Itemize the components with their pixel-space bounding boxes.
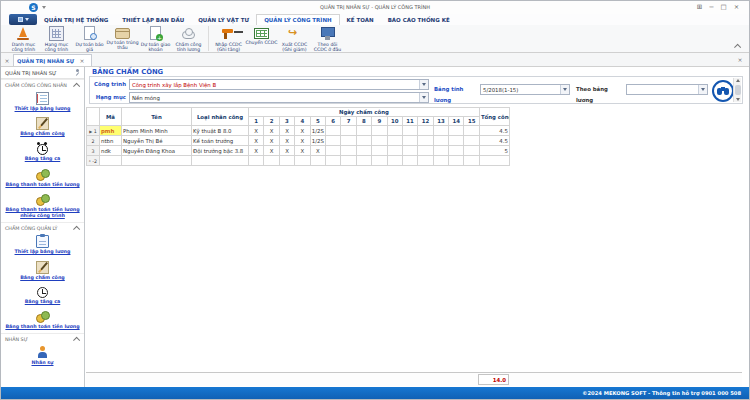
cell-day-6[interactable]	[325, 146, 340, 156]
ribbon-button-0-1[interactable]: Hạng mục công trình	[40, 25, 73, 53]
cell-day-6[interactable]	[325, 136, 340, 146]
cell-day-14[interactable]	[449, 136, 464, 146]
cell-day-9[interactable]	[372, 156, 387, 166]
cell-day-1[interactable]: X	[249, 146, 264, 156]
cell-day-1[interactable]: X	[249, 136, 264, 146]
scroll-thumb[interactable]	[735, 85, 741, 95]
app-menu-button[interactable]	[9, 14, 37, 25]
cell-day-11[interactable]	[402, 156, 417, 166]
cell-day-5[interactable]: 1/2S	[310, 136, 325, 146]
close-tab-icon[interactable]	[77, 55, 87, 66]
cell-day-7[interactable]	[341, 136, 356, 146]
cell-day-10[interactable]	[387, 126, 402, 136]
ribbon-tab-3[interactable]: QUẢN LÝ CÔNG TRÌNH	[256, 14, 339, 25]
cell-day-9[interactable]	[372, 146, 387, 156]
close-document-icon[interactable]	[735, 54, 745, 65]
cell-day-6[interactable]	[325, 126, 340, 136]
cell-day-4[interactable]: X	[295, 146, 310, 156]
cell-day-5[interactable]	[310, 156, 325, 166]
cell-day-8[interactable]	[356, 146, 371, 156]
tab-quan-tri-nhan-su[interactable]: QUẢN TRỊ NHÂN SỰ	[13, 54, 92, 66]
cell-day-10[interactable]	[387, 156, 402, 166]
row-indicator-cell[interactable]: * -2	[87, 156, 100, 166]
cell-day-2[interactable]	[264, 156, 279, 166]
cell-day-11[interactable]	[402, 136, 417, 146]
chevron-down-icon[interactable]	[419, 80, 428, 89]
cell-day-14[interactable]	[449, 126, 464, 136]
maximize-icon[interactable]	[718, 2, 729, 12]
cell-day-2[interactable]: X	[264, 146, 279, 156]
ribbon-button-0-3[interactable]: Dự toán trúng thầu	[106, 25, 139, 51]
cell-day-9[interactable]	[372, 136, 387, 146]
cell-day-12[interactable]	[418, 146, 433, 156]
cell-loai-nhan-cong[interactable]: Kế toán trưởng	[192, 136, 249, 146]
cell-day-4[interactable]	[295, 156, 310, 166]
ribbon-button-0-0[interactable]: Danh mục công trình	[7, 25, 40, 53]
cell-day-13[interactable]	[433, 126, 448, 136]
cell-ma[interactable]: ndk	[100, 146, 122, 156]
cell-day-14[interactable]	[449, 156, 464, 166]
bang-tinh-luong-combobox[interactable]: 5/2018(1-15)	[480, 84, 570, 95]
cell-day-12[interactable]	[418, 136, 433, 146]
cell-ten[interactable]	[122, 156, 192, 166]
cell-day-15[interactable]	[464, 146, 479, 156]
cell-day-7[interactable]	[341, 156, 356, 166]
cell-day-8[interactable]	[356, 126, 371, 136]
cell-day-5[interactable]: 1/2S	[310, 126, 325, 136]
cell-day-15[interactable]	[464, 156, 479, 166]
cell-day-13[interactable]	[433, 146, 448, 156]
cell-day-6[interactable]	[325, 156, 340, 166]
scroll-down-icon[interactable]	[736, 98, 740, 101]
cell-day-2[interactable]: X	[264, 126, 279, 136]
cell-day-4[interactable]: X	[295, 126, 310, 136]
search-button[interactable]	[712, 80, 734, 102]
sidebar-item-1-1[interactable]: Bảng chấm công	[1, 259, 84, 284]
cell-day-12[interactable]	[418, 156, 433, 166]
cell-loai-nhan-cong[interactable]: Kỹ thuật B 8.0	[192, 126, 249, 136]
ribbon-tab-4[interactable]: KẾ TOÁN	[340, 14, 381, 25]
sidebar-item-0-2[interactable]: Bảng tăng ca	[1, 140, 84, 165]
pin-icon[interactable]	[73, 69, 80, 76]
row-indicator-cell[interactable]: 2	[87, 136, 100, 146]
form-scrollbar[interactable]	[733, 78, 741, 102]
ribbon-button-1-3[interactable]: Theo dõi CCDC ở đâu	[311, 25, 344, 53]
cell-day-3[interactable]: X	[279, 146, 294, 156]
cell-day-12[interactable]	[418, 126, 433, 136]
sidebar-item-0-1[interactable]: Bảng chấm công	[1, 115, 84, 140]
ribbon-button-1-1[interactable]: Chuyển CCDC	[245, 25, 278, 45]
cell-day-8[interactable]	[356, 156, 371, 166]
cell-day-1[interactable]	[249, 156, 264, 166]
sidebar-item-2-0[interactable]: Nhân sự	[1, 344, 84, 369]
sidebar-item-1-2[interactable]: Bảng tăng ca	[1, 284, 84, 308]
ribbon-button-0-5[interactable]: Chấm công tính lương	[172, 25, 205, 53]
cell-day-13[interactable]	[433, 156, 448, 166]
cell-day-10[interactable]	[387, 136, 402, 146]
sidebar-item-0-4[interactable]: Bảng thanh toán tiền lương nhiều công tr…	[1, 191, 84, 222]
cell-ten[interactable]: Nguyễn Thị Bé	[122, 136, 192, 146]
chevron-down-icon[interactable]	[419, 93, 428, 102]
sidebar-item-0-3[interactable]: Bảng thanh toán tiền lương	[1, 166, 84, 191]
cell-ma[interactable]: pmh	[100, 126, 122, 136]
cell-day-3[interactable]: X	[279, 126, 294, 136]
cell-loai-nhan-cong[interactable]: Đội trưởng bậc 3.8	[192, 146, 249, 156]
cong-trinh-combobox[interactable]: Công trình xây lắp Bệnh Viện B	[129, 79, 429, 90]
row-indicator-cell[interactable]: 3	[87, 146, 100, 156]
close-icon[interactable]	[731, 2, 742, 12]
cell-day-1[interactable]: X	[249, 126, 264, 136]
cell-ma[interactable]	[100, 156, 122, 166]
cell-ma[interactable]: ntbn	[100, 136, 122, 146]
theo-bang-luong-combobox[interactable]	[626, 84, 708, 95]
sidebar-item-1-3[interactable]: Bảng thanh toán tiền lương	[1, 308, 84, 333]
cell-day-14[interactable]	[449, 146, 464, 156]
scroll-up-icon[interactable]	[736, 79, 740, 82]
sidebar-item-1-0[interactable]: Thiết lập bảng lương	[1, 233, 84, 258]
ribbon-button-0-2[interactable]: Dự toán báo giá	[73, 25, 106, 53]
cell-day-5[interactable]: X	[310, 146, 325, 156]
cell-day-3[interactable]: X	[279, 136, 294, 146]
sidebar-section-header-2[interactable]: NHÂN SỰ	[1, 333, 84, 344]
chevron-down-icon[interactable]	[698, 85, 707, 94]
cell-day-7[interactable]	[341, 146, 356, 156]
theme-icon[interactable]	[694, 2, 705, 12]
ribbon-button-1-0[interactable]: Nhập CCDC (Ghi tăng)	[212, 25, 245, 53]
cell-day-2[interactable]: X	[264, 136, 279, 146]
